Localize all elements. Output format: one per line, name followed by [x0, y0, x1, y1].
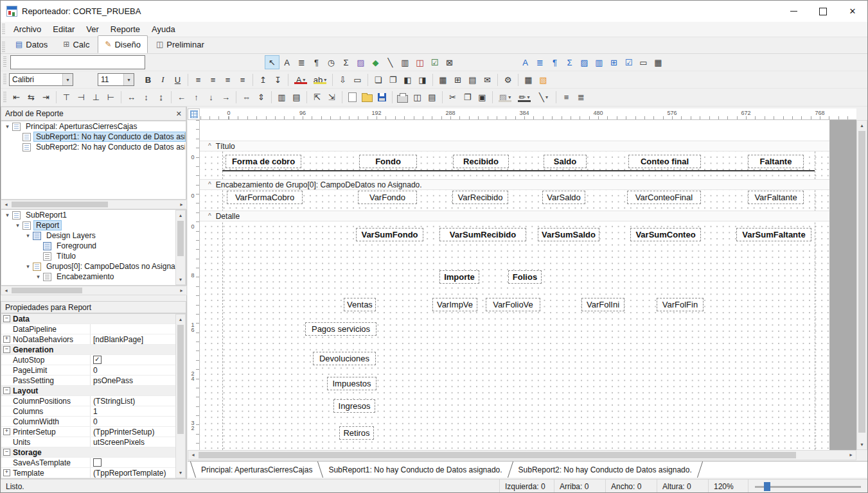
menu-item-ayuda[interactable]: Ayuda [146, 22, 181, 37]
canvas-vscrollbar[interactable] [856, 120, 867, 450]
mail-button[interactable]: ✉ [480, 73, 495, 87]
systemvariable-tool[interactable]: ◷ [324, 55, 339, 69]
cut-button[interactable]: ✂ [445, 91, 460, 105]
align-bottom-button[interactable]: ↧ [270, 73, 285, 87]
report-field[interactable]: Impuestos [327, 377, 376, 390]
view-tab-calc[interactable]: ⊞Calc [56, 35, 96, 53]
chevron-down-icon[interactable]: ▾ [62, 74, 73, 85]
size-smallest-button[interactable]: ▥ [274, 91, 289, 105]
scroll-up-icon[interactable] [176, 315, 185, 324]
settings-button[interactable]: ⚙ [500, 73, 515, 87]
size-same-width-button[interactable]: ⇔ [239, 91, 254, 105]
report-field[interactable]: Saldo [544, 155, 587, 168]
scroll-right-icon[interactable] [846, 451, 856, 460]
align-right-button[interactable]: ≡ [220, 73, 235, 87]
shape-tool[interactable]: ◆ [368, 55, 383, 69]
label-tool[interactable]: A [279, 55, 294, 69]
report-line-element[interactable] [222, 170, 815, 171]
object-tree-item-4[interactable]: Título [1, 251, 176, 261]
image-tool[interactable]: ▨ [353, 55, 368, 69]
nudge-right-button[interactable]: → [218, 91, 233, 105]
panel-splitter[interactable] [1, 295, 186, 301]
db2dbarcode-tool[interactable]: ⊞ [607, 55, 621, 69]
canvas-hscrollbar[interactable] [188, 450, 856, 460]
table-button[interactable]: ▦ [521, 73, 536, 87]
property-row-saveastemplate[interactable]: SaveAsTemplate [1, 458, 176, 468]
page-tab-0[interactable]: Principal: AperturasCierresCajas [195, 462, 319, 478]
move-forward-button[interactable]: ◧ [400, 73, 415, 87]
expander-icon[interactable]: ▾ [13, 222, 22, 229]
report-field[interactable]: Fondo [359, 155, 417, 168]
fill-color-button[interactable]: ▨▾ [495, 91, 515, 105]
report-field[interactable]: Devoluciones [313, 352, 376, 365]
object-tree-item-0[interactable]: ▾SubReport1 [1, 210, 176, 220]
report-field[interactable]: Forma de cobro [226, 155, 301, 168]
checkbox-icon[interactable]: ✓ [93, 356, 102, 364]
property-row-template[interactable]: +Template(TppReportTemplate) [1, 468, 176, 478]
close-icon[interactable]: ✕ [176, 110, 182, 118]
expand-icon[interactable]: + [3, 469, 10, 476]
dbimage-tool[interactable]: ▨ [577, 55, 592, 69]
expand-icon[interactable]: + [3, 428, 10, 435]
collapse-band-icon[interactable]: ^ [208, 181, 211, 188]
expander-icon[interactable]: ▾ [24, 263, 32, 270]
toolbar-grip[interactable] [3, 92, 6, 103]
scroll-left-icon[interactable] [1, 286, 11, 295]
nudge-down-button[interactable]: ↓ [204, 91, 218, 105]
dbcheckbox-tool[interactable]: ☑ [621, 55, 636, 69]
property-section-data[interactable]: −Data [1, 314, 176, 324]
property-row-columnwidth[interactable]: ColumnWidth0 [1, 417, 176, 427]
tabbar-grip[interactable] [2, 42, 5, 53]
report-field[interactable]: Pagos servicios [305, 322, 376, 336]
grid-button[interactable]: ▦ [436, 73, 450, 87]
property-row-columns[interactable]: Columns1 [1, 406, 176, 417]
dbcalc-tool[interactable]: Σ [562, 55, 577, 69]
report-tree-hscrollbar[interactable] [1, 200, 187, 209]
copy-button[interactable]: ❐ [460, 91, 475, 105]
region-tool[interactable]: ▭ [636, 55, 651, 69]
scroll-right-icon[interactable] [177, 286, 186, 295]
center-band-vert-button[interactable]: ↨ [154, 91, 168, 105]
close-button[interactable]: ✕ [838, 1, 867, 22]
snap-to-grid-button[interactable]: ⊞ [450, 73, 465, 87]
scroll-up-icon[interactable] [176, 211, 185, 220]
property-row-passsetting[interactable]: PassSettingpsOnePass [1, 376, 176, 386]
align-left-button[interactable]: ≡ [191, 73, 206, 87]
properties-vscrollbar[interactable] [175, 314, 186, 478]
property-row-datapipeline[interactable]: DataPipeline [1, 324, 176, 334]
collapse-band-icon[interactable]: ^ [208, 143, 211, 150]
space-horizontally-button[interactable]: ↔ [124, 91, 139, 105]
align-right-edges-button[interactable]: ⇥ [39, 91, 53, 105]
bold-button[interactable]: B [141, 73, 155, 87]
zoom-slider-thumb[interactable] [764, 482, 770, 491]
report-field[interactable]: VarSaldo [542, 191, 585, 204]
checkbox-icon[interactable] [93, 458, 102, 467]
expander-icon[interactable]: ▾ [34, 273, 42, 280]
space-vertically-button[interactable]: ↕ [139, 91, 154, 105]
scrollbar-thumb[interactable] [858, 131, 865, 433]
band-header-1[interactable]: ^Encabezamiento de Grupo[0]: CampoDeDato… [200, 179, 829, 190]
size-same-height-button[interactable]: ⇕ [254, 91, 269, 105]
move-front-layer-button[interactable]: ⇱ [310, 91, 324, 105]
menu-item-editar[interactable]: Editar [47, 22, 80, 37]
dbtext-tool[interactable]: A [518, 55, 533, 69]
menubar-grip[interactable] [2, 24, 5, 35]
object-tree-item-3[interactable]: Foreground [1, 241, 176, 251]
report-field[interactable]: VarSumFaltante [736, 228, 811, 241]
underline-button[interactable]: U [170, 73, 185, 87]
property-row-nodatabehaviors[interactable]: +NoDataBehaviors[ndBlankPage] [1, 334, 176, 345]
report-field[interactable]: VarSumFondo [356, 228, 423, 241]
report-field[interactable]: Ventas [344, 298, 376, 311]
open-button[interactable] [360, 91, 375, 105]
align-bottom-edges-button[interactable]: ⊥ [89, 91, 103, 105]
checkbox-tool[interactable]: ☑ [427, 55, 442, 69]
report-field[interactable]: VarSumSaldo [538, 228, 599, 241]
property-section-layout[interactable]: −Layout [1, 386, 176, 396]
line-tool[interactable]: ╲ [383, 55, 398, 69]
dbbarcode-tool[interactable]: ▥ [592, 55, 607, 69]
barcode-tool[interactable]: ▥ [398, 55, 412, 69]
chevron-down-icon[interactable]: ▾ [123, 74, 134, 85]
collapse-icon[interactable]: − [3, 387, 10, 394]
anchor-button[interactable]: ⇩ [335, 73, 350, 87]
property-section-storage[interactable]: −Storage [1, 447, 176, 458]
